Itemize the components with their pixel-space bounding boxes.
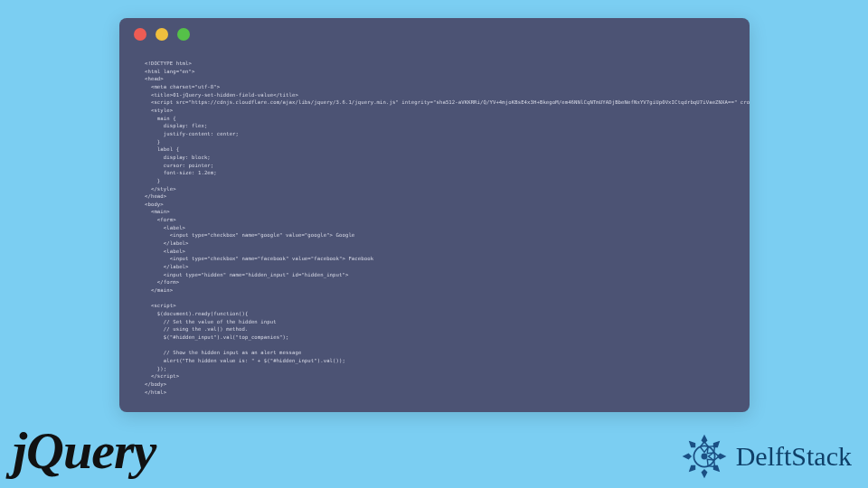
window-titlebar (119, 18, 750, 51)
delftstack-icon (678, 430, 731, 483)
minimize-icon[interactable] (156, 28, 168, 41)
jquery-logo: jQuery (13, 420, 156, 481)
delftstack-text: DelftStack (736, 441, 852, 472)
delftstack-logo: DelftStack (678, 430, 852, 483)
svg-point-1 (701, 454, 707, 460)
close-icon[interactable] (134, 28, 146, 41)
code-content: <!DOCTYPE html> <html lang="en"> <head> … (119, 51, 750, 412)
code-window: <!DOCTYPE html> <html lang="en"> <head> … (119, 18, 750, 412)
maximize-icon[interactable] (177, 28, 190, 41)
